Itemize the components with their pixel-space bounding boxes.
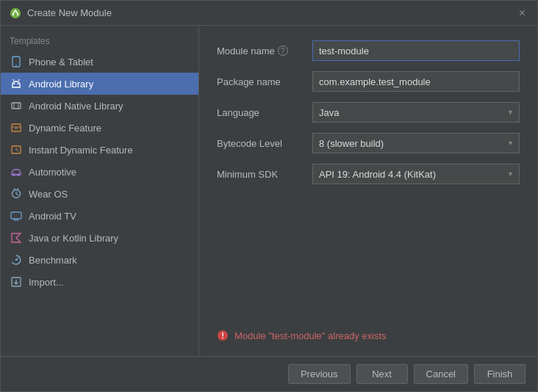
svg-point-6 <box>18 83 19 84</box>
svg-line-8 <box>18 79 20 81</box>
module-name-row: Module name ? <box>217 40 520 61</box>
sidebar-item-dynamic-feature-label: Dynamic Feature <box>29 123 101 134</box>
svg-rect-9 <box>12 103 21 109</box>
svg-point-28 <box>15 259 17 261</box>
title-bar: Create New Module × <box>1 1 537 26</box>
sidebar-item-kotlin-library[interactable]: Java or Kotlin Library <box>1 227 198 249</box>
sidebar-item-android-tv[interactable]: Android TV <box>1 205 198 227</box>
sidebar-item-benchmark[interactable]: Benchmark <box>1 249 198 271</box>
min-sdk-label: Minimum SDK <box>217 169 312 180</box>
next-button[interactable]: Next <box>356 364 408 384</box>
dialog-footer: Previous Next Cancel Finish <box>1 356 537 391</box>
module-name-input[interactable] <box>312 40 520 61</box>
min-sdk-row: Minimum SDK API 19: Android 4.4 (KitKat)… <box>217 164 520 184</box>
benchmark-icon <box>10 253 23 266</box>
dialog-content: Templates Phone & Tablet <box>1 26 537 356</box>
instant-icon <box>10 143 23 156</box>
language-label: Language <box>217 107 312 118</box>
create-new-module-dialog: Create New Module × Templates Phone & Ta… <box>0 0 538 392</box>
sidebar-item-phone-tablet-label: Phone & Tablet <box>29 57 93 68</box>
kotlin-icon <box>10 231 23 244</box>
package-name-control <box>312 71 520 92</box>
package-name-input[interactable] <box>312 71 520 92</box>
sidebar-item-dynamic-feature[interactable]: Dynamic Feature <box>1 117 198 139</box>
dialog-title: Create New Module <box>27 7 112 18</box>
tv-icon <box>10 209 23 222</box>
svg-point-2 <box>17 13 18 15</box>
sidebar-item-android-native[interactable]: Android Native Library <box>1 95 198 117</box>
sidebar-item-automotive-label: Automotive <box>29 167 76 178</box>
automotive-icon <box>10 165 23 178</box>
language-select[interactable]: Java Kotlin <box>312 102 520 123</box>
module-name-label: Module name ? <box>217 46 312 57</box>
sidebar-item-android-native-label: Android Native Library <box>29 101 123 112</box>
dynamic-icon <box>10 121 23 134</box>
sidebar-item-benchmark-label: Benchmark <box>29 255 77 266</box>
min-sdk-select-wrapper: API 19: Android 4.4 (KitKat) API 21: And… <box>312 164 520 184</box>
sidebar-item-wear-os[interactable]: Wear OS <box>1 183 198 205</box>
sidebar-item-android-library-label: Android Library <box>29 79 93 90</box>
svg-line-19 <box>16 194 18 195</box>
sidebar-item-android-tv-label: Android TV <box>29 211 76 222</box>
sidebar-item-import[interactable]: Import... <box>1 271 198 293</box>
main-panel: Module name ? Package name <box>199 26 537 356</box>
sidebar-section-label: Templates <box>1 33 198 51</box>
bytecode-select[interactable]: 8 (slower build) 7 6 <box>312 133 520 153</box>
title-bar-left: Create New Module <box>10 7 112 19</box>
language-select-wrapper: Java Kotlin <box>312 102 520 123</box>
sidebar-item-kotlin-library-label: Java or Kotlin Library <box>29 233 118 244</box>
svg-rect-22 <box>11 212 21 219</box>
package-name-label: Package name <box>217 76 312 87</box>
bytecode-label: Bytecode Level <box>217 138 312 149</box>
sidebar-item-phone-tablet[interactable]: Phone & Tablet <box>1 51 198 73</box>
sidebar-item-instant-dynamic-label: Instant Dynamic Feature <box>29 145 133 156</box>
sidebar-item-import-label: Import... <box>29 277 64 288</box>
bytecode-select-wrapper: 8 (slower build) 7 6 <box>312 133 520 153</box>
error-icon: ! <box>217 330 229 341</box>
android-studio-icon <box>10 7 21 19</box>
close-button[interactable]: × <box>516 6 528 21</box>
module-name-help-icon[interactable]: ? <box>278 46 288 56</box>
module-name-control <box>312 40 520 61</box>
phone-icon <box>10 55 23 68</box>
sidebar-item-instant-dynamic[interactable]: Instant Dynamic Feature <box>1 139 198 161</box>
language-row: Language Java Kotlin <box>217 102 520 123</box>
finish-button[interactable]: Finish <box>474 364 526 384</box>
android-icon <box>10 77 23 90</box>
package-name-row: Package name <box>217 71 520 92</box>
wearos-icon <box>10 187 23 200</box>
sidebar-item-automotive[interactable]: Automotive <box>1 161 198 183</box>
sidebar: Templates Phone & Tablet <box>1 26 199 356</box>
cancel-button[interactable]: Cancel <box>414 364 468 384</box>
import-icon <box>10 275 23 288</box>
sidebar-item-wear-os-label: Wear OS <box>29 189 68 200</box>
error-message: Module "test-module" already exists <box>234 330 387 341</box>
svg-marker-26 <box>12 233 21 242</box>
svg-point-5 <box>14 83 15 84</box>
svg-point-1 <box>12 13 14 15</box>
svg-text:!: ! <box>221 331 224 340</box>
native-icon <box>10 99 23 112</box>
sidebar-item-android-library[interactable]: Android Library <box>1 73 198 95</box>
bytecode-row: Bytecode Level 8 (slower build) 7 6 <box>217 133 520 153</box>
previous-button[interactable]: Previous <box>288 364 351 384</box>
error-row: ! Module "test-module" already exists <box>217 330 520 341</box>
min-sdk-select[interactable]: API 19: Android 4.4 (KitKat) API 21: And… <box>312 164 520 184</box>
svg-line-7 <box>13 79 15 81</box>
